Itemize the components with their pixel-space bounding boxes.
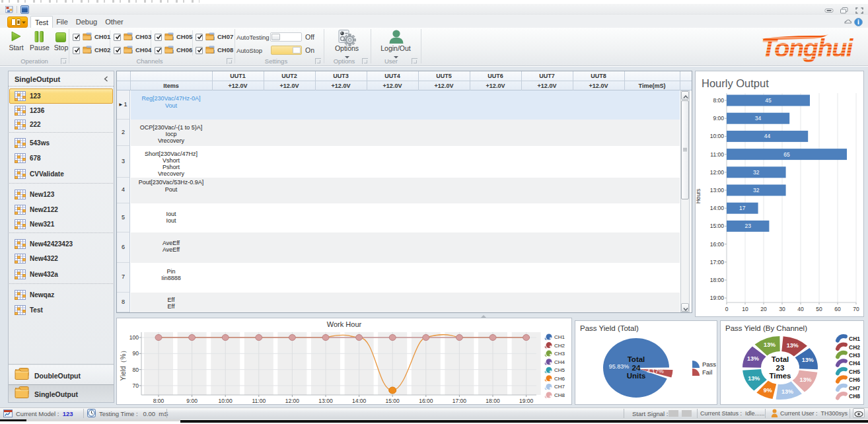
svg-text:24: 24 [632, 364, 641, 372]
svg-text:95.83%: 95.83% [609, 363, 630, 370]
svg-text:15:00: 15:00 [710, 223, 725, 229]
svg-text:12:00: 12:00 [285, 398, 300, 404]
svg-text:30: 30 [779, 306, 785, 312]
svg-text:17:00: 17:00 [452, 398, 467, 404]
svg-text:10: 10 [742, 306, 748, 312]
svg-text:13%: 13% [800, 376, 812, 383]
svg-text:34: 34 [755, 115, 762, 122]
svg-text:9:00: 9:00 [713, 115, 724, 122]
svg-text:44: 44 [764, 133, 771, 139]
svg-text:CH1: CH1 [554, 334, 565, 340]
svg-text:60: 60 [834, 306, 841, 312]
svg-text:CH4: CH4 [554, 359, 565, 365]
svg-text:90: 90 [133, 350, 139, 357]
svg-text:13%: 13% [748, 375, 760, 382]
svg-text:8:00: 8:00 [153, 398, 164, 404]
svg-text:Total: Total [628, 355, 645, 363]
svg-text:Hourly Output: Hourly Output [702, 77, 769, 89]
svg-text:70: 70 [133, 382, 139, 389]
svg-text:Fail: Fail [702, 369, 712, 376]
svg-text:9%: 9% [764, 387, 772, 394]
svg-text:CH5: CH5 [554, 367, 565, 373]
svg-text:Yield（%）: Yield（%） [120, 347, 127, 381]
svg-text:16:00: 16:00 [710, 241, 725, 248]
svg-text:12:00: 12:00 [710, 169, 725, 176]
svg-text:Total: Total [772, 355, 789, 363]
svg-text:50: 50 [816, 306, 822, 312]
svg-text:19:00: 19:00 [519, 398, 534, 404]
svg-text:Work Hour: Work Hour [327, 320, 362, 328]
svg-text:13%: 13% [764, 341, 776, 348]
svg-text:80: 80 [133, 367, 139, 373]
svg-text:11:00: 11:00 [252, 398, 266, 404]
svg-text:17:00: 17:00 [710, 259, 725, 265]
svg-text:13%: 13% [802, 357, 814, 363]
svg-text:CH8: CH8 [849, 393, 860, 400]
svg-text:13:00: 13:00 [318, 398, 333, 404]
svg-text:65: 65 [783, 151, 790, 158]
svg-text:CH7: CH7 [849, 385, 860, 392]
svg-text:Times: Times [769, 372, 791, 380]
svg-text:9:00: 9:00 [186, 398, 198, 404]
svg-text:17: 17 [739, 205, 746, 211]
svg-text:15:00: 15:00 [386, 398, 400, 404]
svg-text:10:00: 10:00 [219, 398, 233, 404]
svg-text:Pass Yield (Total): Pass Yield (Total) [580, 324, 639, 332]
svg-text:13%: 13% [787, 342, 799, 349]
svg-text:Pass Yield (By Channel): Pass Yield (By Channel) [725, 324, 807, 332]
svg-text:CH6: CH6 [554, 376, 565, 382]
svg-text:16:00: 16:00 [419, 398, 433, 404]
svg-text:8:00: 8:00 [713, 97, 724, 104]
svg-text:18:00: 18:00 [710, 277, 725, 283]
svg-text:CH1: CH1 [849, 336, 860, 342]
svg-text:CH8: CH8 [554, 392, 565, 398]
svg-text:19:00: 19:00 [710, 295, 725, 301]
svg-text:CH2: CH2 [849, 344, 860, 351]
svg-text:32: 32 [753, 187, 760, 194]
svg-text:CH5: CH5 [849, 369, 860, 375]
svg-text:CH3: CH3 [554, 351, 565, 357]
svg-text:70: 70 [853, 306, 859, 312]
svg-text:4.17%: 4.17% [647, 368, 664, 374]
svg-text:13%: 13% [747, 355, 759, 362]
svg-text:0: 0 [725, 306, 729, 312]
svg-text:10:00: 10:00 [710, 133, 725, 139]
svg-text:CH4: CH4 [849, 360, 860, 367]
svg-text:CH7: CH7 [554, 384, 565, 390]
svg-text:CH2: CH2 [554, 343, 565, 349]
svg-text:14:00: 14:00 [710, 205, 725, 211]
svg-text:14:00: 14:00 [352, 398, 367, 404]
svg-text:23: 23 [744, 223, 751, 229]
svg-text:45: 45 [765, 97, 772, 104]
svg-text:23: 23 [776, 364, 785, 372]
svg-text:18:00: 18:00 [486, 398, 500, 404]
svg-text:Pass: Pass [702, 361, 716, 368]
svg-text:40: 40 [797, 306, 804, 312]
svg-text:Hours: Hours [695, 189, 702, 204]
svg-text:32: 32 [753, 169, 760, 176]
svg-text:Tonghui: Tonghui [761, 34, 854, 62]
svg-text:13:00: 13:00 [710, 187, 725, 194]
svg-text:11:00: 11:00 [710, 151, 724, 158]
svg-text:20: 20 [760, 306, 767, 312]
svg-text:13%: 13% [781, 388, 793, 395]
svg-text:Units: Units [627, 372, 646, 380]
svg-text:CH3: CH3 [849, 352, 860, 359]
svg-text:100: 100 [129, 334, 139, 341]
svg-text:CH6: CH6 [849, 376, 860, 383]
